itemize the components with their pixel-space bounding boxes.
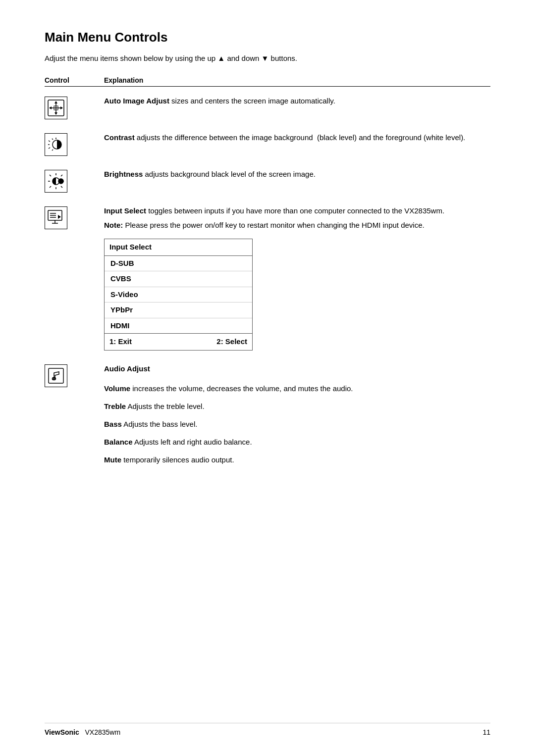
svg-marker-6 [60,106,63,109]
input-select-dropdown: Input Select D-SUB CVBS S-Video YPbPr HD… [104,239,253,351]
audio-sub-items: Volume increases the volume, decreases t… [104,381,490,467]
main-table: Control Explanation [45,76,490,470]
svg-marker-29 [58,215,61,219]
svg-rect-32 [49,368,63,383]
svg-line-21 [61,175,62,176]
footer-exit: 1: Exit [109,336,132,348]
row-contrast: Contrast adjusts the difference between … [45,128,490,156]
page-footer: ViewSonic VX2835wm 11 [45,723,490,736]
input-select-options: D-SUB CVBS S-Video YPbPr HDMI [105,256,252,334]
svg-line-20 [61,186,62,188]
svg-marker-5 [49,106,52,109]
option-dsub: D-SUB [105,256,252,272]
svg-line-9 [49,141,50,142]
audio-adjust-label: Audio Adjust [104,364,150,373]
svg-line-19 [50,175,51,176]
brightness-icon [45,170,67,193]
table-header: Control Explanation [45,76,490,87]
contrast-icon [45,133,67,156]
svg-line-10 [49,148,50,149]
intro-text: Adjust the menu items shown below by usi… [45,54,490,62]
icon-cell-brightness [45,169,104,193]
brand-name: ViewSonic [45,728,79,736]
col-explanation-header: Explanation [104,76,490,84]
option-cvbs: CVBS [105,271,252,287]
explanation-brightness: Brightness adjusts background black leve… [104,169,490,183]
explanation-auto-image: Auto Image Adjust sizes and centers the … [104,96,490,110]
icon-cell-auto-image [45,96,104,119]
option-ypbpr: YPbPr [105,302,252,318]
explanation-audio-adjust: Audio Adjust Volume increases the volume… [104,363,490,471]
row-brightness: Brightness adjusts background black leve… [45,165,490,193]
option-svideo: S-Video [105,287,252,303]
page-number: 11 [482,728,490,736]
explanation-input-select: Input Select toggles between inputs if y… [104,205,490,351]
volume-item: Volume increases the volume, decreases t… [104,381,490,396]
model-name: VX2835wm [85,728,120,736]
footer-select: 2: Select [216,336,247,348]
page-title: Main Menu Controls [45,30,490,45]
col-control-header: Control [45,76,104,84]
row-auto-image-adjust: Auto Image Adjust sizes and centers the … [45,92,490,119]
icon-cell-audio [45,363,104,387]
svg-marker-4 [54,112,57,115]
auto-image-adjust-icon [45,97,67,119]
treble-item: Treble Adjusts the treble level. [104,399,490,414]
footer-brand: ViewSonic VX2835wm [45,728,120,736]
svg-line-22 [50,186,51,188]
input-select-footer: 1: Exit 2: Select [105,333,252,350]
bass-item: Bass Adjusts the bass level. [104,417,490,432]
icon-cell-input-select [45,205,104,229]
svg-point-24 [58,179,63,184]
row-audio-adjust: Audio Adjust Volume increases the volume… [45,359,490,471]
balance-item: Balance Adjusts left and right audio bal… [104,435,490,450]
audio-adjust-icon [45,364,67,387]
option-hdmi: HDMI [105,318,252,334]
svg-marker-3 [54,101,57,103]
explanation-contrast: Contrast adjusts the difference between … [104,132,490,147]
icon-cell-contrast [45,132,104,156]
mute-item: Mute temporarily silences audio output. [104,453,490,467]
input-select-icon [45,206,67,229]
svg-line-12 [52,150,53,151]
input-select-title: Input Select [105,239,252,256]
svg-line-11 [52,139,53,140]
row-input-select: Input Select toggles between inputs if y… [45,202,490,351]
